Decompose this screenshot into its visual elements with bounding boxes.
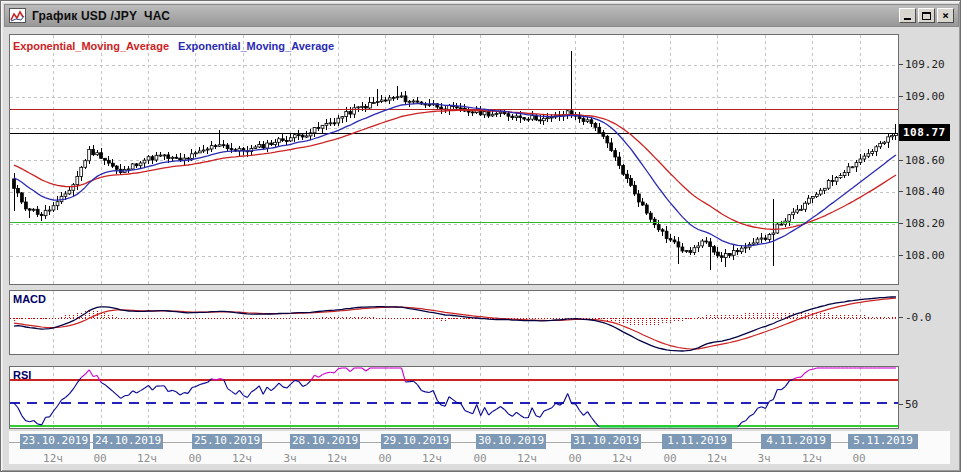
current-price-badge: 108.77 [899, 124, 950, 141]
ema-slow-legend-label: Exponential_Moving_Average [178, 40, 334, 52]
date-label-box: 5.11.2019 [848, 434, 918, 449]
time-tick-label: 12ч [132, 452, 162, 465]
time-tick-label: 12ч [512, 452, 542, 465]
minimize-icon [904, 18, 911, 20]
rsi-canvas[interactable] [10, 367, 898, 428]
rsi-mid-label: 50 [905, 398, 953, 411]
price-tick-label: 108.40 [905, 185, 953, 198]
time-tick-label: 00 [465, 452, 495, 465]
date-label-box: 23.10.2019 [20, 434, 90, 449]
rsi-mid-tickmark [899, 404, 903, 405]
window-controls: × [899, 8, 954, 23]
date-label-box: 29.10.2019 [381, 434, 451, 449]
price-tick-label: 108.60 [905, 154, 953, 167]
close-button[interactable]: × [937, 8, 954, 23]
price-chart-panel[interactable] [9, 34, 899, 285]
time-axis: 23.10.201924.10.201925.10.201928.10.2019… [9, 431, 950, 464]
date-label-box: 1.11.2019 [662, 434, 732, 449]
price-tickmark [899, 255, 903, 256]
time-tick-label: 12ч [38, 452, 68, 465]
time-tick-label: 12ч [227, 452, 257, 465]
ema-fast-legend-label: Exponential_Moving_Average [13, 40, 169, 52]
price-tickmark [899, 96, 903, 97]
time-tick-label: 12ч [607, 452, 637, 465]
macd-canvas[interactable] [10, 291, 898, 354]
price-tickmark [899, 223, 903, 224]
macd-zero-tickmark [899, 317, 903, 318]
date-label-box: 25.10.2019 [192, 434, 262, 449]
date-label-box: 4.11.2019 [761, 434, 831, 449]
date-label-box: 31.10.2019 [571, 434, 641, 449]
price-tick-label: 109.20 [905, 58, 953, 71]
indicator-legend: Exponential_Moving_AverageExponential_Mo… [13, 40, 343, 52]
time-tick-label: 00 [180, 452, 210, 465]
time-tick-label: 00 [560, 452, 590, 465]
minimize-button[interactable] [899, 8, 916, 23]
time-tick-label: 00 [844, 452, 874, 465]
price-tickmark [899, 191, 903, 192]
time-tick-label: 12ч [322, 452, 352, 465]
time-tick-label: 00 [85, 452, 115, 465]
chart-window: График USD /JPY ЧАС × Exponential_Moving… [0, 0, 961, 472]
price-tickmark [899, 160, 903, 161]
chart-icon [9, 8, 26, 23]
time-tick-label: 3ч [749, 452, 779, 465]
macd-panel[interactable] [9, 290, 899, 355]
price-tick-label: 109.00 [905, 90, 953, 103]
price-chart-canvas[interactable] [10, 35, 898, 284]
title-bar[interactable]: График USD /JPY ЧАС × [4, 4, 959, 27]
price-tickmark [899, 64, 903, 65]
date-label-box: 30.10.2019 [476, 434, 546, 449]
date-label-box: 24.10.2019 [93, 434, 163, 449]
time-tick-label: 00 [370, 452, 400, 465]
price-tick-label: 108.20 [905, 217, 953, 230]
macd-zero-label: -0.0 [905, 311, 953, 324]
time-tick-label: 12ч [417, 452, 447, 465]
macd-label: MACD [13, 293, 46, 305]
time-tick-label: 12ч [797, 452, 827, 465]
rsi-label: RSI [13, 369, 31, 381]
rsi-panel[interactable] [9, 366, 899, 429]
time-tick-label: 3ч [275, 452, 305, 465]
date-label-box: 28.10.2019 [290, 434, 360, 449]
price-tick-label: 108.00 [905, 249, 953, 262]
time-tick-label: 00 [655, 452, 685, 465]
maximize-button[interactable] [918, 8, 935, 23]
window-title: График USD /JPY ЧАС [32, 9, 170, 23]
time-tick-label: 12ч [702, 452, 732, 465]
maximize-icon [922, 12, 931, 20]
